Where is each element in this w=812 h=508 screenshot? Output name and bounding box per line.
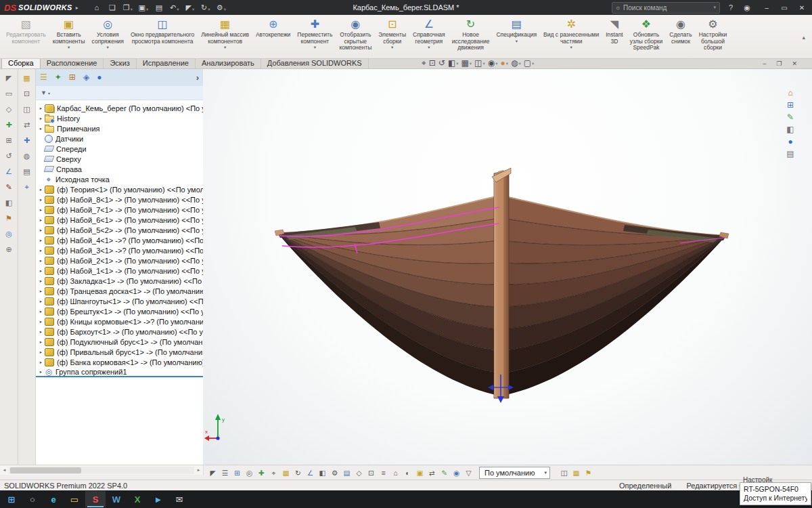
tree-item-trancevaya-doska[interactable]: ▸(ф) Транцевая доска<1> -> (По умолчанию… xyxy=(36,286,203,296)
section-view-icon[interactable]: ◧▾ xyxy=(447,58,459,68)
previous-view-icon[interactable]: ↺ xyxy=(438,58,446,68)
help-icon[interactable]: ? xyxy=(723,1,738,14)
taskbar-word-icon[interactable]: W xyxy=(106,491,127,507)
edit-appearance-icon[interactable]: ●▾ xyxy=(499,58,509,68)
left-toolbar2-icon-6[interactable]: ◍ xyxy=(20,149,35,163)
tree-item-naboy-4[interactable]: ▸(ф) Набой_4<1> ->? (По умолчанию) <<По … xyxy=(36,235,203,245)
isometric-view-icon[interactable]: ◧ xyxy=(784,124,797,135)
assembly-toolbar-icon-6[interactable]: ⌖ xyxy=(268,467,279,479)
smart-fasteners-button[interactable]: ⊕Автокрепежи xyxy=(252,16,294,58)
tree-item-shpangouty[interactable]: ▸(ф) Шпангоуты<1> -> (По умолчанию) <<По… xyxy=(36,296,203,306)
taskbar-mail-icon[interactable]: ✉ xyxy=(169,491,189,507)
apply-scene-icon[interactable]: ◍▾ xyxy=(510,58,522,68)
tree-item-podukluchny-brus[interactable]: ▸(ф) Подуключный брус<1> -> (По умолчани… xyxy=(36,337,203,347)
tree-item-front-plane[interactable]: Спереди xyxy=(36,144,203,154)
boat-hull-starboard[interactable] xyxy=(502,196,726,396)
ribbon-collapse-icon[interactable]: ▴ xyxy=(796,34,811,41)
left-toolbar-icon-9[interactable]: ◧ xyxy=(1,196,16,209)
viewport-grid-icon[interactable]: ⊞ xyxy=(784,100,797,110)
tree-item-teoria[interactable]: ▸(ф) Теория<1> (По умолчанию) <<По умолч… xyxy=(36,184,203,194)
assembly-toolbar-icon-1[interactable]: ◤ xyxy=(207,467,219,479)
assembly-toolbar-icon-15[interactable]: ≡ xyxy=(378,467,389,479)
tree-item-top-plane[interactable]: Сверху xyxy=(36,154,203,164)
assembly-toolbar-icon-7[interactable]: ▦ xyxy=(280,467,292,479)
rebuild-icon[interactable]: ↻▾ xyxy=(198,1,213,14)
tree-item-mates-group[interactable]: ▸◎Группа сопряжений1 xyxy=(36,367,203,377)
doc-minimize-icon[interactable]: – xyxy=(763,60,766,67)
tree-expand-arrow-icon[interactable]: ▸ xyxy=(38,248,44,253)
appearance-grid-icon[interactable]: ▦ xyxy=(570,467,582,479)
exploded-view-button[interactable]: ✲Вид с разнесенными частями▾ xyxy=(540,16,602,58)
mate-button[interactable]: ◎Условия сопряжения▾ xyxy=(89,16,127,58)
tree-expand-arrow-icon[interactable]: ▸ xyxy=(38,116,44,121)
display-states-icon[interactable]: ◫ xyxy=(558,467,570,479)
tree-item-naboy-2[interactable]: ▸(ф) Набой_2<1> -> (По умолчанию) <<По у… xyxy=(36,255,203,266)
flag-icon[interactable]: ⚑ xyxy=(583,467,594,479)
tree-expand-arrow-icon[interactable]: ▸ xyxy=(38,329,44,335)
open-document-icon[interactable]: ❐▾ xyxy=(120,1,135,14)
tree-item-knitsy-kormovye[interactable]: ▸(ф) Кницы кормовые<1> ->? (По умолчанию… xyxy=(36,316,203,326)
tree-expand-arrow-icon[interactable]: ▸ xyxy=(38,187,44,192)
left-toolbar-icon-7[interactable]: ∠ xyxy=(1,165,16,178)
component-preview-window-button[interactable]: ◫Окно предварительного просмотра компоне… xyxy=(127,16,198,58)
large-assembly-settings-button[interactable]: ⚙Настройки большой сборки xyxy=(696,16,731,58)
boat-hull-port[interactable] xyxy=(277,196,499,396)
quick-sketch-icon[interactable]: ✎ xyxy=(784,112,797,123)
left-toolbar-icon-3[interactable]: ◇ xyxy=(1,102,16,116)
select-arrow-icon[interactable]: ◤▾ xyxy=(183,1,198,14)
linear-component-pattern-button[interactable]: ▦Линейный массив компонентов▾ xyxy=(198,16,252,58)
tree-item-breshtuk[interactable]: ▸(ф) Брештук<1> -> (По умолчанию) <<По у… xyxy=(36,306,203,316)
move-component-button[interactable]: ✚Переместить компонент▾ xyxy=(294,16,336,58)
tree-item-history[interactable]: ▸History xyxy=(36,113,203,123)
display-style-icon[interactable]: ◫▾ xyxy=(474,58,486,68)
reference-geometry-button[interactable]: ∠Справочная геометрия▾ xyxy=(409,16,449,58)
assembly-toolbar-icon-8[interactable]: ↻ xyxy=(292,467,304,479)
displaymanager-tab-icon[interactable]: ● xyxy=(97,72,102,82)
assembly-toolbar-icon-17[interactable]: ◐ xyxy=(402,467,413,479)
tree-item-root[interactable]: ▸Карбас_Кемь_берег (По умолчанию) <По ум… xyxy=(36,103,203,113)
tree-expand-arrow-icon[interactable]: ▸ xyxy=(38,289,44,294)
tree-expand-arrow-icon[interactable]: ▸ xyxy=(38,350,44,355)
bill-of-materials-button[interactable]: ▤Спецификация▾ xyxy=(493,16,540,58)
dimxpertmanager-tab-icon[interactable]: ◈ xyxy=(83,72,89,82)
tree-expand-arrow-icon[interactable]: ▸ xyxy=(38,106,44,111)
tree-expand-arrow-icon[interactable]: ▸ xyxy=(38,217,44,223)
tree-expand-arrow-icon[interactable]: ▸ xyxy=(38,268,44,274)
configurationmanager-tab-icon[interactable]: ⊞ xyxy=(69,72,76,82)
tree-item-banka-kormovaya[interactable]: ▸(ф) Банка кормовая<1> -> (По умолчанию)… xyxy=(36,357,203,367)
view-orientation-icon[interactable]: ▦▾ xyxy=(461,58,473,68)
left-toolbar2-icon-7[interactable]: ▤ xyxy=(20,165,35,178)
assembly-toolbar-icon-9[interactable]: ∠ xyxy=(304,467,316,479)
assembly-toolbar-icon-4[interactable]: ◎ xyxy=(244,467,255,479)
left-toolbar-icon-2[interactable]: ▭ xyxy=(1,87,16,100)
tree-expand-arrow-icon[interactable]: ▸ xyxy=(38,339,44,345)
taskbar-start-button[interactable]: ⊞ xyxy=(1,491,22,507)
tree-expand-arrow-icon[interactable]: ▸ xyxy=(38,197,44,203)
assembly-toolbar-icon-20[interactable]: ✎ xyxy=(438,467,450,479)
update-speedpak-button[interactable]: ❖Обновить узлы сборки SpeedPak xyxy=(627,16,667,58)
tab-assembly[interactable]: Сборка xyxy=(1,58,41,68)
scroll-right-icon[interactable]: ▸ xyxy=(194,467,203,473)
tree-expand-arrow-icon[interactable]: ▸ xyxy=(38,278,44,284)
tree-expand-arrow-icon[interactable]: ▸ xyxy=(38,319,44,324)
assembly-features-button[interactable]: ⊡Элементы сборки▾ xyxy=(375,16,409,58)
tree-item-origin[interactable]: ⌖Исходная точка xyxy=(36,174,203,184)
assembly-toolbar-icon-22[interactable]: ▽ xyxy=(463,467,474,479)
filter-icon[interactable]: ▼ xyxy=(41,89,47,96)
hide-show-items-icon[interactable]: ◉▾ xyxy=(487,58,499,68)
tree-horizontal-scrollbar[interactable]: ◂ ▸ xyxy=(0,465,204,475)
tree-item-barkhout[interactable]: ▸(ф) Бархоут<1> -> (По умолчанию) <<По у… xyxy=(36,326,203,337)
tree-item-naboy-6[interactable]: ▸(ф) Набой_6<1> -> (По умолчанию) <<По у… xyxy=(36,215,203,225)
scroll-left-icon[interactable]: ◂ xyxy=(0,467,9,473)
tab-evaluate[interactable]: Анализировать xyxy=(196,58,261,68)
tree-expand-arrow-icon[interactable]: ▸ xyxy=(38,369,44,375)
tab-repair[interactable]: Исправление xyxy=(137,58,196,68)
tree-item-zakladka[interactable]: ▸(ф) Закладка<1> -> (По умолчанию) <<По … xyxy=(36,276,203,286)
left-toolbar-icon-6[interactable]: ↺ xyxy=(1,149,16,163)
take-snapshot-button[interactable]: ◉Сделать снимок xyxy=(666,16,695,58)
assembly-toolbar-icon-14[interactable]: ⊡ xyxy=(365,467,377,479)
view-home-icon[interactable]: ⌂ xyxy=(784,87,797,98)
graphics-viewport[interactable]: y x xyxy=(203,68,812,465)
left-toolbar-icon-4[interactable]: ✚ xyxy=(1,118,16,131)
featuremanager-tab-icon[interactable]: ☰ xyxy=(40,72,47,82)
